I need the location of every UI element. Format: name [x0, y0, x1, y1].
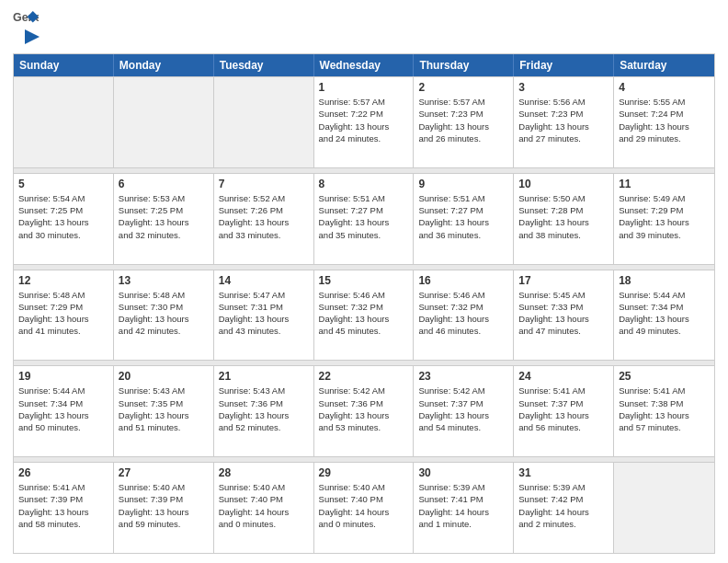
cell-details: Sunrise: 5:53 AMSunset: 7:25 PMDaylight:…	[119, 192, 209, 241]
cell-line: Sunset: 7:23 PM	[418, 108, 508, 120]
cell-line: and 38 minutes.	[518, 229, 609, 241]
calendar-cell: 20Sunrise: 5:43 AMSunset: 7:35 PMDayligh…	[114, 366, 214, 456]
cell-line: Sunset: 7:38 PM	[619, 397, 710, 409]
cell-line: Sunset: 7:37 PM	[518, 397, 609, 409]
cell-line: Sunrise: 5:52 AM	[219, 192, 309, 204]
cell-line: Daylight: 13 hours	[619, 313, 710, 325]
cell-line: and 58 minutes.	[18, 518, 108, 530]
cell-details: Sunrise: 5:47 AMSunset: 7:31 PMDaylight:…	[219, 289, 309, 338]
cell-details: Sunrise: 5:51 AMSunset: 7:27 PMDaylight:…	[418, 192, 508, 241]
cell-line: Daylight: 14 hours	[518, 506, 609, 518]
cell-line: Daylight: 13 hours	[418, 409, 508, 421]
cell-line: Sunrise: 5:41 AM	[18, 481, 108, 493]
calendar-cell: 16Sunrise: 5:46 AMSunset: 7:32 PMDayligh…	[414, 270, 514, 361]
calendar-cell: 11Sunrise: 5:49 AMSunset: 7:29 PMDayligh…	[614, 174, 714, 264]
cell-line: and 33 minutes.	[219, 229, 309, 241]
cell-line: Sunset: 7:32 PM	[319, 301, 409, 313]
cell-line: and 1 minute.	[418, 518, 508, 530]
calendar-cell: 28Sunrise: 5:40 AMSunset: 7:40 PMDayligh…	[214, 463, 314, 553]
cell-line: Sunrise: 5:49 AM	[619, 192, 710, 204]
weekday-header: Saturday	[614, 54, 714, 76]
cell-line: Sunrise: 5:56 AM	[518, 96, 609, 108]
cell-line: Sunset: 7:40 PM	[219, 493, 309, 505]
cell-line: Daylight: 13 hours	[219, 409, 309, 421]
day-number: 14	[219, 274, 309, 287]
day-number: 8	[319, 178, 409, 190]
logo-icon: General	[13, 9, 39, 26]
cell-line: and 51 minutes.	[119, 421, 209, 433]
day-number: 24	[518, 370, 609, 383]
cell-line: Sunrise: 5:57 AM	[319, 96, 409, 108]
cell-line: and 52 minutes.	[219, 421, 309, 433]
cell-details: Sunrise: 5:44 AMSunset: 7:34 PMDaylight:…	[18, 385, 108, 433]
calendar-cell: 14Sunrise: 5:47 AMSunset: 7:31 PMDayligh…	[214, 270, 314, 361]
day-number: 1	[319, 81, 409, 94]
cell-details: Sunrise: 5:50 AMSunset: 7:28 PMDaylight:…	[518, 192, 609, 241]
cell-details: Sunrise: 5:48 AMSunset: 7:29 PMDaylight:…	[18, 289, 108, 338]
weekday-header: Friday	[514, 54, 614, 76]
cell-details: Sunrise: 5:42 AMSunset: 7:36 PMDaylight:…	[319, 385, 409, 433]
cell-line: Daylight: 13 hours	[119, 313, 209, 325]
day-number: 29	[319, 466, 409, 479]
calendar-cell: 31Sunrise: 5:39 AMSunset: 7:42 PMDayligh…	[514, 463, 614, 553]
day-number: 18	[619, 274, 710, 287]
calendar-cell: 7Sunrise: 5:52 AMSunset: 7:26 PMDaylight…	[214, 174, 314, 264]
cell-line: Daylight: 14 hours	[319, 506, 409, 518]
cell-line: and 46 minutes.	[418, 325, 508, 337]
day-number: 27	[119, 466, 209, 479]
cell-line: Sunrise: 5:45 AM	[518, 289, 609, 301]
cell-line: Daylight: 13 hours	[518, 121, 609, 132]
cell-line: and 39 minutes.	[619, 229, 710, 241]
cell-line: and 2 minutes.	[518, 518, 609, 530]
cell-line: and 30 minutes.	[18, 229, 108, 241]
calendar-cell: 9Sunrise: 5:51 AMSunset: 7:27 PMDaylight…	[414, 174, 514, 264]
cell-line: and 41 minutes.	[18, 325, 108, 337]
cell-details: Sunrise: 5:40 AMSunset: 7:40 PMDaylight:…	[319, 481, 409, 530]
cell-line: Sunrise: 5:44 AM	[619, 289, 710, 301]
cell-line: Sunset: 7:23 PM	[518, 108, 609, 120]
cell-line: and 57 minutes.	[619, 421, 710, 433]
cell-line: and 43 minutes.	[219, 325, 309, 337]
cell-line: Sunset: 7:32 PM	[418, 301, 508, 313]
cell-line: and 50 minutes.	[18, 421, 108, 433]
cell-details: Sunrise: 5:48 AMSunset: 7:30 PMDaylight:…	[119, 289, 209, 338]
calendar-cell	[214, 77, 314, 167]
cell-line: Daylight: 13 hours	[119, 409, 209, 421]
cell-line: and 45 minutes.	[319, 325, 409, 337]
cell-line: Daylight: 13 hours	[319, 313, 409, 325]
cell-line: Sunset: 7:36 PM	[219, 397, 309, 409]
calendar-cell: 10Sunrise: 5:50 AMSunset: 7:28 PMDayligh…	[514, 174, 614, 264]
cell-line: Sunrise: 5:39 AM	[418, 481, 508, 493]
cell-line: Daylight: 13 hours	[319, 121, 409, 132]
calendar-cell	[114, 77, 214, 167]
day-number: 25	[619, 370, 710, 383]
cell-line: Sunrise: 5:57 AM	[418, 96, 508, 108]
cell-line: Sunrise: 5:51 AM	[319, 192, 409, 204]
cell-line: Daylight: 13 hours	[18, 216, 108, 228]
calendar-cell: 27Sunrise: 5:40 AMSunset: 7:39 PMDayligh…	[114, 463, 214, 553]
cell-line: and 47 minutes.	[518, 325, 609, 337]
calendar: SundayMondayTuesdayWednesdayThursdayFrid…	[13, 53, 715, 554]
calendar-cell: 8Sunrise: 5:51 AMSunset: 7:27 PMDaylight…	[314, 174, 415, 264]
cell-line: Sunrise: 5:44 AM	[18, 385, 108, 396]
cell-line: Sunrise: 5:47 AM	[219, 289, 309, 301]
cell-line: Sunset: 7:29 PM	[18, 301, 108, 313]
cell-line: Sunset: 7:39 PM	[119, 493, 209, 505]
cell-line: Sunset: 7:28 PM	[518, 204, 609, 216]
cell-line: Sunrise: 5:48 AM	[18, 289, 108, 301]
cell-line: Sunset: 7:27 PM	[319, 204, 409, 216]
cell-line: Sunrise: 5:41 AM	[619, 385, 710, 396]
cell-line: Sunrise: 5:41 AM	[518, 385, 609, 396]
weekday-header: Wednesday	[314, 54, 415, 76]
cell-details: Sunrise: 5:44 AMSunset: 7:34 PMDaylight:…	[619, 289, 710, 338]
calendar-cell: 17Sunrise: 5:45 AMSunset: 7:33 PMDayligh…	[514, 270, 614, 361]
day-number: 20	[119, 370, 209, 383]
calendar-cell	[14, 77, 114, 167]
cell-line: Daylight: 13 hours	[518, 313, 609, 325]
cell-line: Daylight: 13 hours	[418, 216, 508, 228]
weekday-header: Monday	[114, 54, 214, 76]
cell-line: Sunset: 7:41 PM	[418, 493, 508, 505]
calendar-cell	[614, 463, 714, 553]
cell-details: Sunrise: 5:49 AMSunset: 7:29 PMDaylight:…	[619, 192, 710, 241]
day-number: 4	[619, 81, 710, 94]
